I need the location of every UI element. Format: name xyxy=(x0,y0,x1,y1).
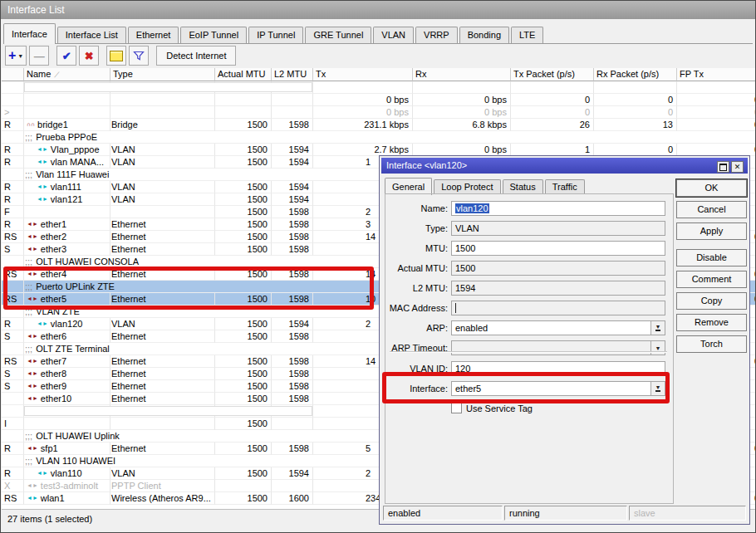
row-l2-cell: 1598 xyxy=(272,443,313,455)
row-rxp-cell: 0 xyxy=(594,106,677,119)
row-l2-cell: 1598 xyxy=(272,393,313,405)
row-amtu-cell: 1500 xyxy=(215,243,272,256)
dialog-tab-general[interactable]: General xyxy=(385,178,432,195)
column-header-rxp[interactable]: Rx Packet (p/s) xyxy=(594,68,677,81)
tx-value-partial: 5 xyxy=(366,443,371,454)
disable-button[interactable]: Disable xyxy=(676,249,747,266)
tab-lte[interactable]: LTE xyxy=(511,27,543,43)
tab-vrrp[interactable]: VRRP xyxy=(415,27,458,43)
dropdown-arrow-button[interactable]: ▼ xyxy=(650,321,665,335)
filter-funnel-icon xyxy=(133,50,145,61)
use-service-tag-label: Use Service Tag xyxy=(466,403,533,413)
table-header: Name⟋TypeActual MTUL2 MTUTxRxTx Packet (… xyxy=(2,68,756,81)
field-mtu-input[interactable]: 1500 xyxy=(451,241,665,256)
window-title: Interface List xyxy=(7,4,65,16)
row-type-cell: PPTP Client xyxy=(110,480,215,492)
table-row[interactable]: R∩∩bridge1Bridge15001598231.1 kbps6.8 kb… xyxy=(2,119,756,131)
vlan-icon: ◄► xyxy=(37,156,48,168)
column-header-rx[interactable]: Rx xyxy=(413,68,511,81)
add-button[interactable]: + ▼ xyxy=(5,46,27,66)
row-amtu-cell xyxy=(215,106,272,119)
field-type-input[interactable]: VLAN xyxy=(451,221,665,236)
column-header-txp[interactable]: Tx Packet (p/s) xyxy=(511,68,594,81)
field-value: enabled xyxy=(455,323,488,333)
field-name-input[interactable]: vlan120 xyxy=(451,201,665,216)
ether-icon: ◄► xyxy=(27,443,38,454)
close-icon[interactable]: ✕ xyxy=(731,161,744,173)
column-header-tx[interactable]: Tx xyxy=(313,68,413,81)
tab-ethernet[interactable]: Ethernet xyxy=(128,27,179,43)
field-arp-input[interactable]: enabled▼ xyxy=(451,320,665,335)
row-type-cell: VLAN xyxy=(110,318,215,330)
row-amtu-cell xyxy=(215,94,272,106)
dialog-tab-status[interactable]: Status xyxy=(503,179,543,194)
row-amtu-cell: 1500 xyxy=(215,119,272,131)
window-titlebar[interactable]: Interface List xyxy=(1,1,755,19)
filter-button[interactable] xyxy=(129,46,149,66)
remove-button[interactable]: — xyxy=(29,46,49,66)
comment-row[interactable]: ;;;Prueba PPPoE xyxy=(2,131,756,144)
field-label-arp-: ARP: xyxy=(383,323,448,333)
row-amtu-cell: 1500 xyxy=(215,218,272,231)
comment-text: Vlan 111F Huawei xyxy=(36,169,109,179)
tab-ip-tunnel[interactable]: IP Tunnel xyxy=(248,27,303,43)
column-header-name[interactable]: Name⟋ xyxy=(24,68,110,81)
field-value: 1500 xyxy=(455,243,475,253)
tab-gre-tunnel[interactable]: GRE Tunnel xyxy=(305,27,371,43)
field-actual-mtu-input[interactable]: 1500 xyxy=(451,261,665,276)
tab-vlan[interactable]: VLAN xyxy=(373,27,414,43)
tx-value-partial: 2 xyxy=(366,206,371,218)
use-service-tag-row[interactable]: Use Service Tag xyxy=(451,403,533,413)
maximize-icon xyxy=(719,164,727,171)
maximize-button[interactable] xyxy=(717,161,729,173)
table-row[interactable]: R◄►Vlan_pppoeVLAN150015942.7 kbps0 bps10… xyxy=(2,144,756,156)
row-name-cell: ◄►ether1 xyxy=(24,218,110,231)
tab-bonding[interactable]: Bonding xyxy=(459,27,509,43)
copy-button[interactable]: Copy xyxy=(676,292,747,310)
apply-button[interactable]: Apply xyxy=(676,222,747,240)
row-l2-cell: 1598 xyxy=(272,231,313,243)
row-tx-cell xyxy=(313,81,413,94)
cancel-button[interactable]: Cancel xyxy=(676,201,747,218)
column-header-fp[interactable]: FP Tx xyxy=(677,68,756,81)
dialog-tab-traffic[interactable]: Traffic xyxy=(545,179,585,194)
table-row[interactable]: >0 bps0 bps000 xyxy=(2,106,756,119)
tab-interface-list[interactable]: Interface List xyxy=(57,27,126,43)
torch-button[interactable]: Torch xyxy=(676,335,747,353)
comment-button[interactable] xyxy=(106,46,126,66)
column-header-type[interactable]: Type xyxy=(110,68,215,81)
ok-button[interactable]: OK xyxy=(676,179,747,197)
row-type-cell: Ethernet xyxy=(110,380,215,393)
disable-button[interactable]: ✖ xyxy=(79,46,99,66)
row-flag-cell: RS xyxy=(2,355,24,368)
field-l2-mtu-input[interactable]: 1594 xyxy=(451,281,665,296)
dialog-titlebar[interactable]: Interface <vlan120> ✕ xyxy=(381,158,748,174)
row-type-cell xyxy=(110,206,215,218)
plus-icon: + xyxy=(8,50,16,61)
row-rxp-cell: 13 xyxy=(594,119,677,131)
enable-button[interactable]: ✔ xyxy=(56,46,76,66)
detect-internet-button[interactable]: Detect Internet xyxy=(156,46,236,66)
tab-interface[interactable]: Interface xyxy=(3,23,56,44)
table-row[interactable] xyxy=(2,81,756,94)
row-name-cell: ◄►test3-adminolt xyxy=(24,480,110,492)
remove-button[interactable]: Remove xyxy=(676,314,747,331)
column-header-l2[interactable]: L2 MTU xyxy=(272,68,313,81)
interface-name: sfp1 xyxy=(41,443,58,453)
field-arp-timeout-input[interactable]: ▼ xyxy=(451,340,665,355)
tab-eoip-tunnel[interactable]: EoIP Tunnel xyxy=(180,27,247,43)
row-amtu-cell: 1500 xyxy=(215,181,272,193)
dialog-status-running: running xyxy=(504,506,627,521)
comment-button[interactable]: Comment xyxy=(676,271,747,288)
field-mac-address-input[interactable] xyxy=(451,301,665,315)
dialog-tab-loop-protect[interactable]: Loop Protect xyxy=(434,179,500,194)
ether-icon: ◄► xyxy=(27,243,38,255)
row-name-cell xyxy=(24,206,110,218)
column-header-amtu[interactable]: Actual MTU xyxy=(215,68,272,81)
use-service-tag-checkbox[interactable] xyxy=(451,403,462,413)
row-amtu-cell: 1500 xyxy=(215,330,272,343)
field-value: 1594 xyxy=(455,283,475,293)
row-rxp-cell: 0 xyxy=(594,94,677,106)
row-type-cell xyxy=(110,94,215,106)
table-row[interactable]: 0 bps0 bps000 xyxy=(2,94,756,106)
